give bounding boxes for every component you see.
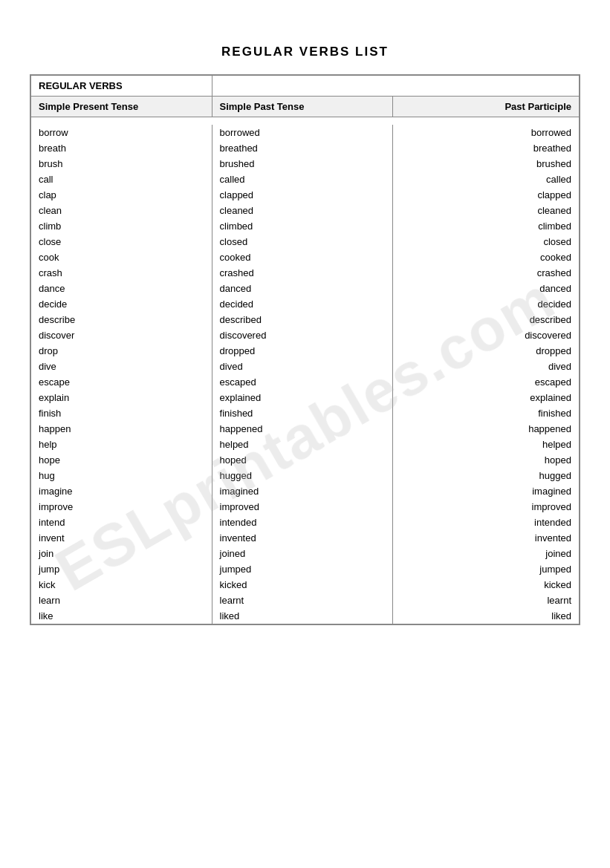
cell-r5-c0: clean — [31, 203, 212, 218]
column-header-row: Simple Present Tense Simple Past Tense P… — [31, 97, 580, 117]
cell-r26-c1: invented — [212, 530, 393, 546]
table-row: callcalledcalled — [31, 172, 580, 187]
cell-r20-c1: helped — [212, 437, 393, 452]
table-row: imagineimaginedimagined — [31, 483, 580, 499]
cell-r8-c2: cooked — [393, 249, 580, 265]
cell-r21-c0: hope — [31, 452, 212, 468]
cell-r2-c0: brush — [31, 156, 212, 172]
cell-r3-c1: called — [212, 172, 393, 187]
cell-r23-c2: imagined — [393, 483, 580, 499]
cell-r25-c1: intended — [212, 515, 393, 530]
cell-r25-c0: intend — [31, 515, 212, 530]
cell-r11-c0: decide — [31, 296, 212, 312]
table-row: escapeescapedescaped — [31, 374, 580, 390]
cell-r1-c1: breathed — [212, 140, 393, 156]
cell-r20-c2: helped — [393, 437, 580, 452]
cell-r17-c2: explained — [393, 390, 580, 405]
table-row: dropdroppeddropped — [31, 343, 580, 359]
cell-r27-c2: joined — [393, 546, 580, 561]
cell-r14-c0: drop — [31, 343, 212, 359]
table-row: clapclappedclapped — [31, 187, 580, 203]
table-row: climbclimbedclimbed — [31, 218, 580, 234]
section-label-row: REGULAR VERBS — [31, 76, 580, 97]
cell-r5-c2: cleaned — [393, 203, 580, 218]
cell-r11-c1: decided — [212, 296, 393, 312]
cell-r8-c0: cook — [31, 249, 212, 265]
cell-r0-c0: borrow — [31, 125, 212, 140]
table-row: describedescribeddescribed — [31, 312, 580, 327]
cell-r4-c2: clapped — [393, 187, 580, 203]
verbs-body: borrowborrowedborrowedbreathbreathedbrea… — [31, 125, 580, 624]
table-row: cleancleanedcleaned — [31, 203, 580, 218]
table-row: brushbrushedbrushed — [31, 156, 580, 172]
cell-r15-c0: dive — [31, 359, 212, 374]
cell-r10-c2: danced — [393, 281, 580, 296]
cell-r28-c2: jumped — [393, 561, 580, 577]
cell-r30-c0: learn — [31, 593, 212, 608]
cell-r22-c1: hugged — [212, 468, 393, 483]
cell-r28-c1: jumped — [212, 561, 393, 577]
cell-r21-c2: hoped — [393, 452, 580, 468]
table-row: discoverdiscovereddiscovered — [31, 327, 580, 343]
table-row: kickkickedkicked — [31, 577, 580, 593]
cell-r5-c1: cleaned — [212, 203, 393, 218]
cell-r9-c2: crashed — [393, 265, 580, 281]
cell-r26-c2: invented — [393, 530, 580, 546]
table-row: joinjoinedjoined — [31, 546, 580, 561]
cell-r25-c2: intended — [393, 515, 580, 530]
cell-r14-c2: dropped — [393, 343, 580, 359]
cell-r15-c1: dived — [212, 359, 393, 374]
cell-r14-c1: dropped — [212, 343, 393, 359]
spacer — [31, 117, 580, 125]
cell-r23-c1: imagined — [212, 483, 393, 499]
cell-r1-c0: breath — [31, 140, 212, 156]
cell-r8-c1: cooked — [212, 249, 393, 265]
cell-r23-c0: imagine — [31, 483, 212, 499]
cell-r24-c1: improved — [212, 499, 393, 515]
cell-r18-c1: finished — [212, 405, 393, 421]
cell-r6-c2: climbed — [393, 218, 580, 234]
col-header-participle: Past Participle — [393, 97, 580, 117]
cell-r7-c0: close — [31, 234, 212, 249]
cell-r1-c2: breathed — [393, 140, 580, 156]
cell-r30-c2: learnt — [393, 593, 580, 608]
cell-r7-c2: closed — [393, 234, 580, 249]
cell-r19-c0: happen — [31, 421, 212, 437]
cell-r4-c1: clapped — [212, 187, 393, 203]
cell-r31-c0: like — [31, 608, 212, 624]
table-row: improveimprovedimproved — [31, 499, 580, 515]
cell-r6-c1: climbed — [212, 218, 393, 234]
cell-r19-c1: happened — [212, 421, 393, 437]
cell-r6-c0: climb — [31, 218, 212, 234]
cell-r22-c2: hugged — [393, 468, 580, 483]
cell-r31-c2: liked — [393, 608, 580, 624]
table-row: finishfinishedfinished — [31, 405, 580, 421]
cell-r29-c1: kicked — [212, 577, 393, 593]
cell-r17-c0: explain — [31, 390, 212, 405]
verbs-table: REGULAR VERBS Simple Present Tense Simpl… — [30, 75, 580, 624]
cell-r12-c2: described — [393, 312, 580, 327]
cell-r22-c0: hug — [31, 468, 212, 483]
cell-r29-c2: kicked — [393, 577, 580, 593]
table-row: inventinventedinvented — [31, 530, 580, 546]
table-row: intendintendedintended — [31, 515, 580, 530]
cell-r29-c0: kick — [31, 577, 212, 593]
table-row: borrowborrowedborrowed — [31, 125, 580, 140]
cell-r12-c1: described — [212, 312, 393, 327]
cell-r10-c0: dance — [31, 281, 212, 296]
cell-r7-c1: closed — [212, 234, 393, 249]
cell-r18-c2: finished — [393, 405, 580, 421]
cell-r27-c1: joined — [212, 546, 393, 561]
cell-r2-c2: brushed — [393, 156, 580, 172]
cell-r24-c0: improve — [31, 499, 212, 515]
cell-r18-c0: finish — [31, 405, 212, 421]
table-row: learnlearntlearnt — [31, 593, 580, 608]
cell-r9-c1: crashed — [212, 265, 393, 281]
table-row: cookcookedcooked — [31, 249, 580, 265]
table-wrapper: REGULAR VERBS Simple Present Tense Simpl… — [30, 74, 580, 625]
col-header-past: Simple Past Tense — [212, 97, 393, 117]
cell-r21-c1: hoped — [212, 452, 393, 468]
table-row: closeclosedclosed — [31, 234, 580, 249]
page-title: REGULAR VERBS LIST — [221, 45, 389, 59]
cell-r10-c1: danced — [212, 281, 393, 296]
